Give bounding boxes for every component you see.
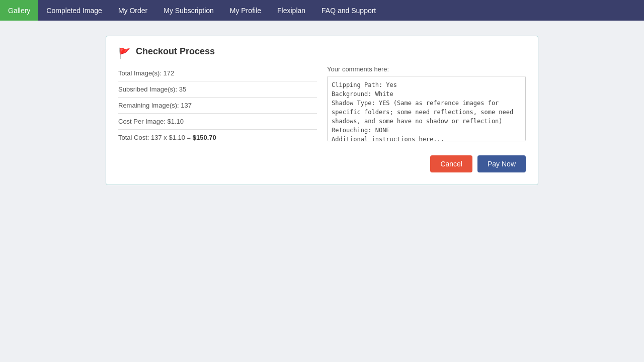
main-content: 🚩 Checkout Process Total Image(s): 172 S… [0,21,644,200]
card-body: Total Image(s): 172 Subsribed Image(s): … [118,65,526,145]
remaining-images-row: Remaining Image(s): 137 [118,98,317,114]
comments-section: Your comments here: Clipping Path: Yes B… [327,65,526,145]
nav-gallery[interactable]: Gallery [0,0,38,21]
checkout-card: 🚩 Checkout Process Total Image(s): 172 S… [106,36,538,185]
nav-completed-image[interactable]: Completed Image [38,0,110,21]
subscribed-images-row: Subsribed Image(s): 35 [118,81,317,98]
remaining-images-label: Remaining Image(s): 137 [118,102,192,109]
comments-textarea[interactable]: Clipping Path: Yes Background: White Sha… [327,76,526,141]
total-images-row: Total Image(s): 172 [118,65,317,81]
total-amount: $150.70 [193,134,216,141]
main-nav: Gallery Completed Image My Order My Subs… [0,0,644,21]
total-cost-row: Total Cost: 137 x $1.10 = $150.70 [118,130,317,145]
cancel-button[interactable]: Cancel [430,155,472,172]
nav-my-profile[interactable]: My Profile [222,0,269,21]
total-images-label: Total Image(s): 172 [118,69,174,77]
checkout-title: Checkout Process [136,46,215,57]
card-header: 🚩 Checkout Process [118,46,526,59]
cost-per-image-label: Cost Per Image: $1.10 [118,118,184,125]
nav-my-subscription[interactable]: My Subscription [155,0,222,21]
pay-now-button[interactable]: Pay Now [477,155,526,172]
flag-icon: 🚩 [118,47,131,59]
nav-my-order[interactable]: My Order [110,0,155,21]
subscribed-images-label: Subsribed Image(s): 35 [118,85,186,93]
comments-label: Your comments here: [327,65,526,73]
nav-flexiplan[interactable]: Flexiplan [269,0,313,21]
cost-per-image-row: Cost Per Image: $1.10 [118,114,317,130]
order-details: Total Image(s): 172 Subsribed Image(s): … [118,65,317,145]
total-cost-prefix: Total Cost: 137 x $1.10 = [118,134,193,141]
nav-faq-support[interactable]: FAQ and Support [313,0,384,21]
action-row: Cancel Pay Now [118,155,526,172]
